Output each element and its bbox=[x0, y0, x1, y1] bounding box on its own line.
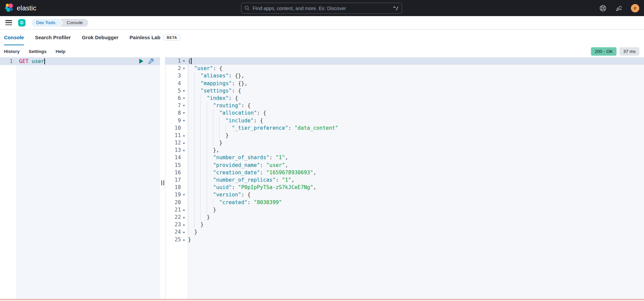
space-avatar[interactable]: D bbox=[18, 19, 26, 26]
fold-toggle-icon[interactable]: ▴ bbox=[181, 236, 187, 243]
indent-guide bbox=[188, 102, 194, 109]
tab-console[interactable]: Console bbox=[4, 29, 24, 45]
indent-guide bbox=[219, 117, 226, 124]
fold-toggle-icon[interactable]: ▴ bbox=[181, 214, 187, 221]
indent-guide bbox=[188, 109, 194, 117]
indent-guide bbox=[200, 206, 207, 214]
fold-toggle-icon[interactable]: ▴ bbox=[181, 139, 187, 146]
breadcrumb-bar: D Dev Tools Console bbox=[0, 16, 644, 29]
response-viewer[interactable]: 1▾{2▾"user": {3"aliases": {},4"mappings"… bbox=[165, 57, 644, 299]
response-code: "routing": { bbox=[188, 102, 644, 109]
brand-name: elastic bbox=[17, 4, 36, 12]
settings-menu[interactable]: Settings bbox=[29, 49, 47, 54]
indent-guide bbox=[200, 169, 207, 176]
breadcrumb-dev-tools[interactable]: Dev Tools bbox=[32, 19, 62, 27]
indent-guide bbox=[188, 191, 194, 198]
fold-toggle-icon[interactable]: ▾ bbox=[181, 117, 187, 124]
response-line: 22▴} bbox=[165, 214, 644, 221]
line-number: 13 bbox=[165, 146, 181, 154]
fold-toggle-icon[interactable]: ▴ bbox=[181, 132, 187, 139]
fold-toggle-icon[interactable]: ▾ bbox=[181, 65, 187, 72]
send-request-icon[interactable] bbox=[138, 58, 144, 64]
fold-toggle-icon[interactable]: ▴ bbox=[181, 206, 187, 214]
indent-guide bbox=[188, 139, 194, 146]
help-icon[interactable] bbox=[599, 4, 607, 12]
fold-toggle-icon[interactable]: ▾ bbox=[181, 191, 187, 198]
response-code: "_tier_preference": "data_content" bbox=[188, 124, 644, 132]
indent-guide bbox=[207, 154, 213, 161]
global-search[interactable]: ^/ bbox=[241, 3, 402, 14]
response-line: 8▾"allocation": { bbox=[165, 109, 644, 117]
fold-toggle-icon[interactable]: ▾ bbox=[181, 87, 187, 95]
menu-hamburger-icon[interactable] bbox=[5, 20, 12, 25]
indent-guide bbox=[194, 199, 201, 206]
beta-badge: BETA bbox=[163, 35, 181, 41]
response-lines: 1▾{2▾"user": {3"aliases": {},4"mappings"… bbox=[165, 57, 644, 243]
request-editor[interactable]: 1 GET user bbox=[0, 57, 160, 299]
indent-guide bbox=[207, 184, 213, 191]
help-menu[interactable]: Help bbox=[56, 49, 65, 54]
user-avatar[interactable]: e bbox=[631, 4, 639, 12]
tab-painless-lab[interactable]: Painless Lab BETA bbox=[130, 29, 181, 45]
elastic-brand[interactable]: elastic bbox=[0, 3, 36, 13]
pane-divider[interactable] bbox=[160, 57, 165, 299]
request-gutter bbox=[0, 57, 16, 299]
indent-guide bbox=[200, 176, 207, 184]
response-code: "creation_date": "1659678930693", bbox=[188, 169, 644, 176]
breadcrumb-console: Console bbox=[60, 19, 88, 27]
history-menu[interactable]: History bbox=[4, 49, 20, 54]
indent-guide bbox=[188, 206, 194, 214]
indent-guide bbox=[194, 146, 201, 154]
indent-guide bbox=[188, 80, 194, 87]
tab-grok-debugger[interactable]: Grok Debugger bbox=[82, 29, 118, 45]
indent-guide bbox=[213, 109, 219, 117]
response-code: "number_of_replicas": "1", bbox=[188, 176, 644, 184]
indent-guide bbox=[194, 221, 201, 228]
indent-guide bbox=[194, 214, 201, 221]
response-line: 3"aliases": {}, bbox=[165, 72, 644, 79]
response-line: 18"uuid": "P0pIpPyTSa-zS7kJCeE7Ng", bbox=[165, 184, 644, 191]
indent-guide bbox=[188, 199, 194, 206]
request-code: GET user bbox=[16, 58, 138, 65]
indent-guide bbox=[194, 87, 201, 95]
indent-guide bbox=[207, 176, 213, 184]
indent-guide bbox=[207, 146, 213, 154]
response-line: 13▴}, bbox=[165, 146, 644, 154]
fold-toggle-icon[interactable]: ▴ bbox=[181, 221, 187, 228]
line-number: 8 bbox=[165, 109, 181, 117]
response-line: 21▴} bbox=[165, 206, 644, 214]
response-line: 7▾"routing": { bbox=[165, 102, 644, 109]
indent-guide bbox=[188, 154, 194, 161]
response-code: } bbox=[188, 228, 644, 236]
fold-toggle-icon[interactable]: ▾ bbox=[181, 57, 187, 65]
tab-search-profiler[interactable]: Search Profiler bbox=[35, 29, 71, 45]
indent-guide bbox=[188, 176, 194, 184]
newsfeed-icon[interactable] bbox=[615, 4, 623, 12]
response-code: "settings": { bbox=[188, 87, 644, 95]
indent-guide bbox=[200, 214, 207, 221]
indent-guide bbox=[207, 102, 213, 109]
fold-toggle-icon[interactable]: ▴ bbox=[181, 228, 187, 236]
indent-guide bbox=[188, 87, 194, 95]
indent-guide bbox=[194, 162, 201, 169]
response-time-badge: 37 ms bbox=[620, 47, 639, 56]
response-line: 24▴} bbox=[165, 228, 644, 236]
indent-guide bbox=[188, 72, 194, 79]
indent-guide bbox=[207, 109, 213, 117]
resize-handle-icon[interactable] bbox=[161, 180, 164, 185]
fold-toggle-icon[interactable]: ▴ bbox=[181, 146, 187, 154]
indent-guide bbox=[188, 221, 194, 228]
search-input[interactable] bbox=[253, 6, 390, 11]
request-line[interactable]: 1 GET user bbox=[0, 57, 160, 65]
line-number: 1 bbox=[165, 57, 181, 65]
bottom-accent-strip bbox=[0, 299, 644, 301]
indent-guide bbox=[194, 132, 201, 139]
response-code: "number_of_shards": "1", bbox=[188, 154, 644, 161]
fold-toggle-icon[interactable]: ▾ bbox=[181, 102, 187, 109]
fold-toggle-icon[interactable]: ▾ bbox=[181, 109, 187, 117]
indent-guide bbox=[207, 206, 213, 214]
wrench-icon[interactable] bbox=[148, 58, 154, 64]
fold-toggle-icon[interactable]: ▾ bbox=[181, 95, 187, 102]
response-code: { bbox=[188, 57, 644, 65]
indent-guide bbox=[200, 146, 207, 154]
